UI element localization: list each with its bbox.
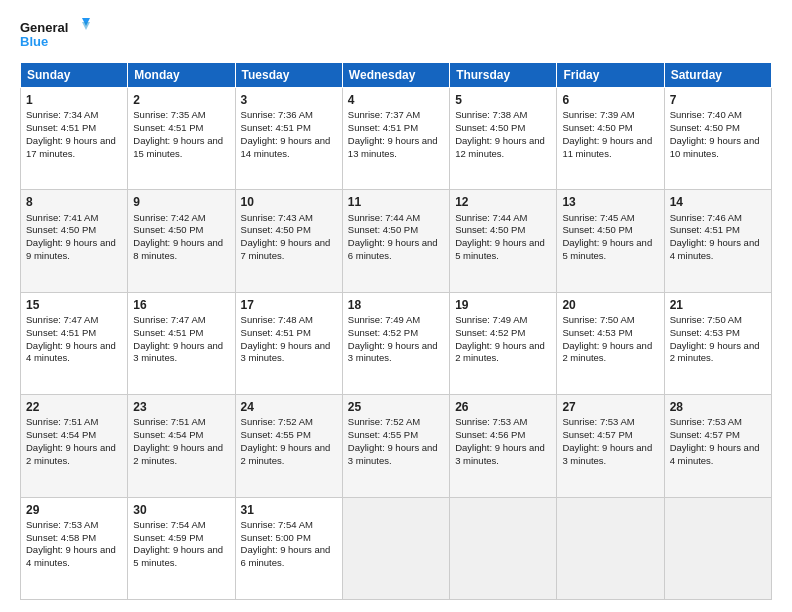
day-number: 13: [562, 194, 658, 210]
calendar-cell-13: 13Sunrise: 7:45 AMSunset: 4:50 PMDayligh…: [557, 190, 664, 292]
day-number: 16: [133, 297, 229, 313]
sunset-label: Sunset: 4:57 PM: [562, 429, 632, 440]
sunset-label: Sunset: 4:58 PM: [26, 532, 96, 543]
day-number: 19: [455, 297, 551, 313]
sunset-label: Sunset: 4:50 PM: [133, 224, 203, 235]
day-number: 11: [348, 194, 444, 210]
calendar-row: 1Sunrise: 7:34 AMSunset: 4:51 PMDaylight…: [21, 88, 772, 190]
day-number: 20: [562, 297, 658, 313]
sunset-label: Sunset: 4:50 PM: [26, 224, 96, 235]
sunset-label: Sunset: 4:50 PM: [455, 122, 525, 133]
sunset-label: Sunset: 4:53 PM: [562, 327, 632, 338]
empty-cell: [557, 497, 664, 599]
sunrise-label: Sunrise: 7:36 AM: [241, 109, 313, 120]
sunset-label: Sunset: 4:50 PM: [348, 224, 418, 235]
sunset-label: Sunset: 4:50 PM: [562, 122, 632, 133]
sunset-label: Sunset: 4:51 PM: [133, 122, 203, 133]
day-number: 24: [241, 399, 337, 415]
day-header-tuesday: Tuesday: [235, 63, 342, 88]
sunrise-label: Sunrise: 7:54 AM: [241, 519, 313, 530]
daylight-label: Daylight: 9 hours and 6 minutes.: [241, 544, 331, 568]
calendar-cell-27: 27Sunrise: 7:53 AMSunset: 4:57 PMDayligh…: [557, 395, 664, 497]
daylight-label: Daylight: 9 hours and 17 minutes.: [26, 135, 116, 159]
day-number: 8: [26, 194, 122, 210]
day-number: 23: [133, 399, 229, 415]
sunrise-label: Sunrise: 7:50 AM: [562, 314, 634, 325]
empty-cell: [342, 497, 449, 599]
calendar-cell-30: 30Sunrise: 7:54 AMSunset: 4:59 PMDayligh…: [128, 497, 235, 599]
sunset-label: Sunset: 4:50 PM: [670, 122, 740, 133]
sunrise-label: Sunrise: 7:41 AM: [26, 212, 98, 223]
calendar-cell-17: 17Sunrise: 7:48 AMSunset: 4:51 PMDayligh…: [235, 292, 342, 394]
calendar-row: 22Sunrise: 7:51 AMSunset: 4:54 PMDayligh…: [21, 395, 772, 497]
sunset-label: Sunset: 5:00 PM: [241, 532, 311, 543]
day-number: 4: [348, 92, 444, 108]
sunrise-label: Sunrise: 7:51 AM: [26, 416, 98, 427]
calendar-cell-23: 23Sunrise: 7:51 AMSunset: 4:54 PMDayligh…: [128, 395, 235, 497]
calendar-cell-5: 5Sunrise: 7:38 AMSunset: 4:50 PMDaylight…: [450, 88, 557, 190]
calendar-cell-29: 29Sunrise: 7:53 AMSunset: 4:58 PMDayligh…: [21, 497, 128, 599]
sunset-label: Sunset: 4:54 PM: [133, 429, 203, 440]
daylight-label: Daylight: 9 hours and 5 minutes.: [562, 237, 652, 261]
sunset-label: Sunset: 4:56 PM: [455, 429, 525, 440]
svg-marker-3: [82, 22, 90, 30]
sunset-label: Sunset: 4:52 PM: [455, 327, 525, 338]
daylight-label: Daylight: 9 hours and 11 minutes.: [562, 135, 652, 159]
day-number: 14: [670, 194, 766, 210]
calendar-cell-10: 10Sunrise: 7:43 AMSunset: 4:50 PMDayligh…: [235, 190, 342, 292]
calendar-cell-28: 28Sunrise: 7:53 AMSunset: 4:57 PMDayligh…: [664, 395, 771, 497]
sunset-label: Sunset: 4:51 PM: [26, 327, 96, 338]
calendar-cell-3: 3Sunrise: 7:36 AMSunset: 4:51 PMDaylight…: [235, 88, 342, 190]
daylight-label: Daylight: 9 hours and 9 minutes.: [26, 237, 116, 261]
daylight-label: Daylight: 9 hours and 3 minutes.: [348, 340, 438, 364]
calendar-page: General Blue SundayMondayTuesdayWednesda…: [0, 0, 792, 612]
calendar-row: 8Sunrise: 7:41 AMSunset: 4:50 PMDaylight…: [21, 190, 772, 292]
sunrise-label: Sunrise: 7:48 AM: [241, 314, 313, 325]
day-number: 17: [241, 297, 337, 313]
sunrise-label: Sunrise: 7:50 AM: [670, 314, 742, 325]
day-number: 15: [26, 297, 122, 313]
sunset-label: Sunset: 4:55 PM: [241, 429, 311, 440]
day-number: 30: [133, 502, 229, 518]
day-number: 6: [562, 92, 658, 108]
day-number: 7: [670, 92, 766, 108]
daylight-label: Daylight: 9 hours and 2 minutes.: [133, 442, 223, 466]
sunrise-label: Sunrise: 7:40 AM: [670, 109, 742, 120]
day-header-thursday: Thursday: [450, 63, 557, 88]
daylight-label: Daylight: 9 hours and 2 minutes.: [26, 442, 116, 466]
day-number: 1: [26, 92, 122, 108]
calendar-table: SundayMondayTuesdayWednesdayThursdayFrid…: [20, 62, 772, 600]
calendar-cell-21: 21Sunrise: 7:50 AMSunset: 4:53 PMDayligh…: [664, 292, 771, 394]
day-number: 9: [133, 194, 229, 210]
sunset-label: Sunset: 4:51 PM: [26, 122, 96, 133]
day-header-friday: Friday: [557, 63, 664, 88]
sunrise-label: Sunrise: 7:47 AM: [26, 314, 98, 325]
calendar-row: 15Sunrise: 7:47 AMSunset: 4:51 PMDayligh…: [21, 292, 772, 394]
sunset-label: Sunset: 4:51 PM: [241, 122, 311, 133]
calendar-cell-18: 18Sunrise: 7:49 AMSunset: 4:52 PMDayligh…: [342, 292, 449, 394]
day-number: 21: [670, 297, 766, 313]
calendar-cell-7: 7Sunrise: 7:40 AMSunset: 4:50 PMDaylight…: [664, 88, 771, 190]
daylight-label: Daylight: 9 hours and 3 minutes.: [241, 340, 331, 364]
calendar-cell-11: 11Sunrise: 7:44 AMSunset: 4:50 PMDayligh…: [342, 190, 449, 292]
calendar-cell-25: 25Sunrise: 7:52 AMSunset: 4:55 PMDayligh…: [342, 395, 449, 497]
daylight-label: Daylight: 9 hours and 2 minutes.: [455, 340, 545, 364]
sunrise-label: Sunrise: 7:35 AM: [133, 109, 205, 120]
calendar-cell-12: 12Sunrise: 7:44 AMSunset: 4:50 PMDayligh…: [450, 190, 557, 292]
calendar-cell-9: 9Sunrise: 7:42 AMSunset: 4:50 PMDaylight…: [128, 190, 235, 292]
daylight-label: Daylight: 9 hours and 2 minutes.: [241, 442, 331, 466]
day-number: 22: [26, 399, 122, 415]
sunset-label: Sunset: 4:51 PM: [670, 224, 740, 235]
day-header-wednesday: Wednesday: [342, 63, 449, 88]
calendar-cell-2: 2Sunrise: 7:35 AMSunset: 4:51 PMDaylight…: [128, 88, 235, 190]
daylight-label: Daylight: 9 hours and 4 minutes.: [670, 237, 760, 261]
sunrise-label: Sunrise: 7:49 AM: [348, 314, 420, 325]
calendar-cell-19: 19Sunrise: 7:49 AMSunset: 4:52 PMDayligh…: [450, 292, 557, 394]
sunset-label: Sunset: 4:57 PM: [670, 429, 740, 440]
sunrise-label: Sunrise: 7:44 AM: [348, 212, 420, 223]
calendar-cell-6: 6Sunrise: 7:39 AMSunset: 4:50 PMDaylight…: [557, 88, 664, 190]
sunrise-label: Sunrise: 7:53 AM: [670, 416, 742, 427]
daylight-label: Daylight: 9 hours and 5 minutes.: [133, 544, 223, 568]
sunrise-label: Sunrise: 7:39 AM: [562, 109, 634, 120]
sunset-label: Sunset: 4:53 PM: [670, 327, 740, 338]
